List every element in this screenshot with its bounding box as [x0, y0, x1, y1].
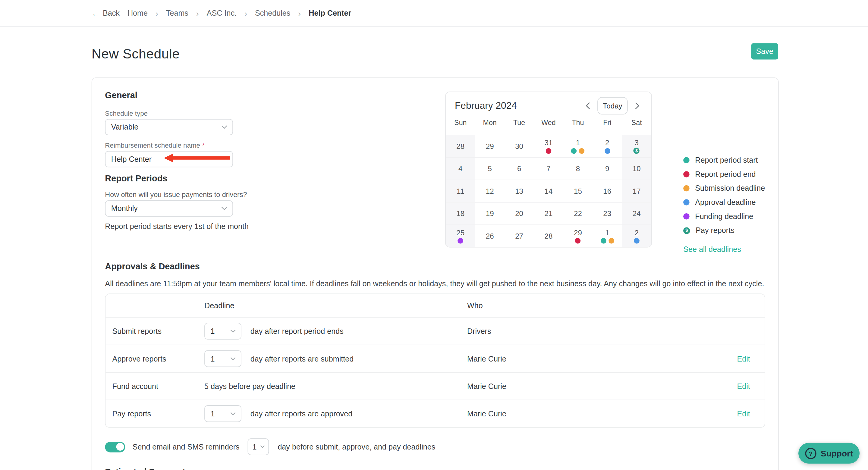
- deadline-table-row: Submit reports1day after report period e…: [105, 317, 765, 345]
- calendar-day-cell[interactable]: 8: [563, 158, 592, 180]
- reminders-toggle[interactable]: [105, 441, 125, 452]
- calendar-day-number: 25: [456, 229, 464, 236]
- days-count-select[interactable]: 1: [204, 350, 241, 367]
- calendar-day-cell[interactable]: 25: [446, 225, 475, 247]
- orange-event-dot-icon: [609, 238, 614, 244]
- today-button[interactable]: Today: [597, 97, 628, 115]
- frequency-value: Monthly: [105, 204, 221, 213]
- calendar-day-number: 21: [545, 210, 553, 217]
- calendar-day-cell[interactable]: 29: [475, 135, 504, 157]
- estimated-payment-heading: Estimated Payment: [105, 467, 185, 470]
- calendar-day-header: Fri: [592, 119, 622, 130]
- breadcrumb-separator-icon: ›: [298, 9, 301, 17]
- calendar-day-cell[interactable]: 9: [592, 158, 622, 180]
- legend-label: Submission deadline: [695, 184, 765, 192]
- calendar-day-cell[interactable]: 23: [592, 203, 622, 225]
- see-all-deadlines-link[interactable]: See all deadlines: [683, 245, 765, 254]
- edit-link[interactable]: Edit: [723, 382, 765, 390]
- calendar-day-cell[interactable]: 22: [563, 203, 592, 225]
- back-arrow-icon: ←: [92, 9, 99, 18]
- back-link[interactable]: ← Back: [92, 9, 120, 18]
- calendar-day-cell[interactable]: 30: [504, 135, 534, 157]
- breadcrumb-item[interactable]: Teams: [166, 9, 188, 18]
- calendar-day-cell[interactable]: 2: [592, 135, 622, 157]
- calendar-day-cell[interactable]: 13: [504, 180, 534, 202]
- calendar-header: February 2024 Today: [446, 92, 651, 115]
- deadline-table-row: Pay reports1day after reports are approv…: [105, 400, 765, 427]
- save-button[interactable]: Save: [751, 43, 778, 59]
- breadcrumb-item[interactable]: Home: [127, 9, 148, 18]
- schedule-type-label: Schedule type: [105, 109, 148, 117]
- calendar-day-header: Thu: [563, 119, 592, 130]
- calendar-day-cell[interactable]: 17: [622, 180, 651, 202]
- calendar-day-cell[interactable]: 14: [534, 180, 563, 202]
- teal-event-dot-icon: [600, 238, 606, 244]
- chevron-right-icon: [635, 102, 640, 109]
- schedule-name-input[interactable]: [105, 151, 233, 167]
- calendar-day-cell[interactable]: 10: [622, 158, 651, 180]
- calendar-day-cell[interactable]: 2: [622, 225, 651, 247]
- breadcrumb-item[interactable]: ASC Inc.: [207, 9, 237, 18]
- days-count-select[interactable]: 1: [204, 323, 241, 340]
- chevron-down-icon: [230, 330, 236, 333]
- next-month-button[interactable]: [631, 100, 644, 112]
- edit-link[interactable]: Edit: [723, 409, 765, 418]
- calendar-day-header: Mon: [475, 119, 504, 130]
- calendar-day-header: Wed: [534, 119, 563, 130]
- calendar-day-cell[interactable]: 1: [592, 225, 622, 247]
- calendar-day-cell[interactable]: 21: [534, 203, 563, 225]
- red-legend-dot-icon: [683, 171, 689, 178]
- calendar-day-cell[interactable]: 4: [446, 158, 475, 180]
- calendar-day-cell[interactable]: 12: [475, 180, 504, 202]
- calendar-day-cell[interactable]: 27: [504, 225, 534, 247]
- schedule-type-select[interactable]: Variable: [105, 119, 233, 135]
- calendar-day-cell[interactable]: 19: [475, 203, 504, 225]
- orange-legend-dot-icon: [683, 185, 689, 191]
- calendar-day-cell[interactable]: 24: [622, 203, 651, 225]
- calendar-week-row: 45678910: [446, 157, 651, 180]
- calendar-day-cell[interactable]: 16: [592, 180, 622, 202]
- legend-label: Pay reports: [695, 226, 735, 235]
- days-count-select[interactable]: 1: [204, 405, 241, 422]
- deadline-row-label: Fund account: [113, 382, 205, 390]
- pay-reports-legend-icon: $: [683, 227, 690, 234]
- calendar-day-number: 3: [634, 139, 638, 146]
- teal-event-dot-icon: [571, 148, 577, 154]
- calendar-day-cell[interactable]: 28: [446, 135, 475, 157]
- frequency-select[interactable]: Monthly: [105, 200, 233, 217]
- support-button[interactable]: ? Support: [798, 443, 860, 464]
- calendar-day-cell[interactable]: 29: [563, 225, 592, 247]
- calendar-day-cell[interactable]: 28: [534, 225, 563, 247]
- calendar-day-cell[interactable]: 11: [446, 180, 475, 202]
- calendar-day-cell[interactable]: 5: [475, 158, 504, 180]
- calendar-day-header: Sat: [622, 119, 651, 130]
- breadcrumb-item[interactable]: Schedules: [255, 9, 290, 18]
- calendar-day-number: 9: [605, 165, 609, 173]
- breadcrumb-separator-icon: ›: [196, 9, 199, 17]
- calendar-day-cell[interactable]: 18: [446, 203, 475, 225]
- calendar-day-number: 16: [603, 187, 611, 195]
- calendar-day-cell[interactable]: 26: [475, 225, 504, 247]
- calendar-legend: Report period startReport period endSubm…: [683, 157, 765, 254]
- legend-label: Report period end: [695, 170, 755, 179]
- report-periods-heading: Report Periods: [105, 174, 167, 184]
- calendar-day-number: 31: [545, 139, 553, 146]
- calendar-day-cell[interactable]: 7: [534, 158, 563, 180]
- red-event-dot-icon: [575, 238, 581, 244]
- calendar-day-cell[interactable]: 6: [504, 158, 534, 180]
- calendar-day-cell[interactable]: 20: [504, 203, 534, 225]
- days-count-value: 1: [205, 327, 230, 335]
- calendar-day-cell[interactable]: 1: [563, 135, 592, 157]
- prev-month-button[interactable]: [582, 100, 594, 112]
- calendar-day-number: 4: [458, 165, 462, 173]
- deadline-table-row: Approve reports1day after reports are su…: [105, 345, 765, 372]
- calendar-day-number: 24: [632, 210, 641, 217]
- calendar-day-number: 20: [515, 210, 523, 217]
- edit-link[interactable]: Edit: [723, 354, 765, 363]
- reminder-days-select[interactable]: 1: [247, 438, 269, 455]
- calendar-day-cell[interactable]: 3$: [622, 135, 651, 157]
- day-event-dots: [575, 238, 581, 244]
- calendar-day-cell[interactable]: 15: [563, 180, 592, 202]
- calendar-day-cell[interactable]: 31: [534, 135, 563, 157]
- calendar-day-number: 8: [576, 165, 580, 173]
